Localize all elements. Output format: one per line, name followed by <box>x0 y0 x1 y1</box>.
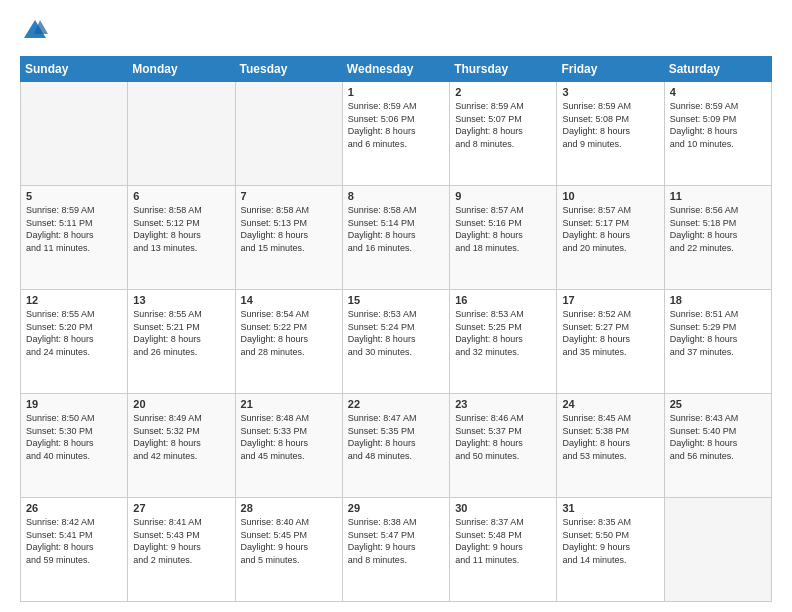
calendar-day-cell: 22Sunrise: 8:47 AM Sunset: 5:35 PM Dayli… <box>342 394 449 498</box>
day-info: Sunrise: 8:50 AM Sunset: 5:30 PM Dayligh… <box>26 412 122 462</box>
day-number: 22 <box>348 398 444 410</box>
calendar-week-row: 19Sunrise: 8:50 AM Sunset: 5:30 PM Dayli… <box>21 394 772 498</box>
day-info: Sunrise: 8:37 AM Sunset: 5:48 PM Dayligh… <box>455 516 551 566</box>
calendar-day-cell: 19Sunrise: 8:50 AM Sunset: 5:30 PM Dayli… <box>21 394 128 498</box>
day-info: Sunrise: 8:55 AM Sunset: 5:20 PM Dayligh… <box>26 308 122 358</box>
day-info: Sunrise: 8:48 AM Sunset: 5:33 PM Dayligh… <box>241 412 337 462</box>
day-info: Sunrise: 8:47 AM Sunset: 5:35 PM Dayligh… <box>348 412 444 462</box>
calendar-day-cell: 17Sunrise: 8:52 AM Sunset: 5:27 PM Dayli… <box>557 290 664 394</box>
day-number: 25 <box>670 398 766 410</box>
day-number: 9 <box>455 190 551 202</box>
day-info: Sunrise: 8:42 AM Sunset: 5:41 PM Dayligh… <box>26 516 122 566</box>
day-info: Sunrise: 8:59 AM Sunset: 5:08 PM Dayligh… <box>562 100 658 150</box>
day-number: 11 <box>670 190 766 202</box>
calendar-day-header: Saturday <box>664 57 771 82</box>
day-number: 15 <box>348 294 444 306</box>
calendar-day-header: Sunday <box>21 57 128 82</box>
day-number: 17 <box>562 294 658 306</box>
day-number: 29 <box>348 502 444 514</box>
calendar-day-cell: 31Sunrise: 8:35 AM Sunset: 5:50 PM Dayli… <box>557 498 664 602</box>
day-info: Sunrise: 8:59 AM Sunset: 5:11 PM Dayligh… <box>26 204 122 254</box>
calendar-day-cell <box>664 498 771 602</box>
calendar-day-cell: 15Sunrise: 8:53 AM Sunset: 5:24 PM Dayli… <box>342 290 449 394</box>
calendar-day-cell: 25Sunrise: 8:43 AM Sunset: 5:40 PM Dayli… <box>664 394 771 498</box>
day-number: 18 <box>670 294 766 306</box>
calendar-day-cell: 12Sunrise: 8:55 AM Sunset: 5:20 PM Dayli… <box>21 290 128 394</box>
header <box>20 16 772 46</box>
day-number: 28 <box>241 502 337 514</box>
day-number: 12 <box>26 294 122 306</box>
day-info: Sunrise: 8:40 AM Sunset: 5:45 PM Dayligh… <box>241 516 337 566</box>
day-number: 23 <box>455 398 551 410</box>
day-info: Sunrise: 8:56 AM Sunset: 5:18 PM Dayligh… <box>670 204 766 254</box>
day-info: Sunrise: 8:58 AM Sunset: 5:13 PM Dayligh… <box>241 204 337 254</box>
day-number: 4 <box>670 86 766 98</box>
day-number: 31 <box>562 502 658 514</box>
day-info: Sunrise: 8:49 AM Sunset: 5:32 PM Dayligh… <box>133 412 229 462</box>
calendar-day-cell: 27Sunrise: 8:41 AM Sunset: 5:43 PM Dayli… <box>128 498 235 602</box>
day-number: 20 <box>133 398 229 410</box>
calendar-day-cell: 29Sunrise: 8:38 AM Sunset: 5:47 PM Dayli… <box>342 498 449 602</box>
day-info: Sunrise: 8:58 AM Sunset: 5:14 PM Dayligh… <box>348 204 444 254</box>
day-info: Sunrise: 8:55 AM Sunset: 5:21 PM Dayligh… <box>133 308 229 358</box>
calendar-day-cell: 3Sunrise: 8:59 AM Sunset: 5:08 PM Daylig… <box>557 82 664 186</box>
day-number: 19 <box>26 398 122 410</box>
day-number: 24 <box>562 398 658 410</box>
day-number: 8 <box>348 190 444 202</box>
day-info: Sunrise: 8:53 AM Sunset: 5:25 PM Dayligh… <box>455 308 551 358</box>
calendar-day-header: Thursday <box>450 57 557 82</box>
day-number: 13 <box>133 294 229 306</box>
calendar-day-header: Friday <box>557 57 664 82</box>
day-number: 6 <box>133 190 229 202</box>
calendar-day-cell: 6Sunrise: 8:58 AM Sunset: 5:12 PM Daylig… <box>128 186 235 290</box>
day-number: 30 <box>455 502 551 514</box>
calendar-day-header: Tuesday <box>235 57 342 82</box>
calendar-day-cell: 1Sunrise: 8:59 AM Sunset: 5:06 PM Daylig… <box>342 82 449 186</box>
calendar-day-cell <box>128 82 235 186</box>
calendar-day-cell: 16Sunrise: 8:53 AM Sunset: 5:25 PM Dayli… <box>450 290 557 394</box>
day-info: Sunrise: 8:53 AM Sunset: 5:24 PM Dayligh… <box>348 308 444 358</box>
calendar-day-cell: 8Sunrise: 8:58 AM Sunset: 5:14 PM Daylig… <box>342 186 449 290</box>
logo <box>20 16 54 46</box>
day-info: Sunrise: 8:51 AM Sunset: 5:29 PM Dayligh… <box>670 308 766 358</box>
day-number: 16 <box>455 294 551 306</box>
calendar-day-cell: 9Sunrise: 8:57 AM Sunset: 5:16 PM Daylig… <box>450 186 557 290</box>
day-number: 27 <box>133 502 229 514</box>
calendar-day-cell: 28Sunrise: 8:40 AM Sunset: 5:45 PM Dayli… <box>235 498 342 602</box>
day-info: Sunrise: 8:43 AM Sunset: 5:40 PM Dayligh… <box>670 412 766 462</box>
day-info: Sunrise: 8:58 AM Sunset: 5:12 PM Dayligh… <box>133 204 229 254</box>
calendar-day-cell: 23Sunrise: 8:46 AM Sunset: 5:37 PM Dayli… <box>450 394 557 498</box>
logo-icon <box>20 16 50 46</box>
day-info: Sunrise: 8:46 AM Sunset: 5:37 PM Dayligh… <box>455 412 551 462</box>
calendar-week-row: 1Sunrise: 8:59 AM Sunset: 5:06 PM Daylig… <box>21 82 772 186</box>
calendar-day-cell <box>235 82 342 186</box>
calendar-day-cell: 11Sunrise: 8:56 AM Sunset: 5:18 PM Dayli… <box>664 186 771 290</box>
calendar-table: SundayMondayTuesdayWednesdayThursdayFrid… <box>20 56 772 602</box>
day-info: Sunrise: 8:57 AM Sunset: 5:17 PM Dayligh… <box>562 204 658 254</box>
day-number: 7 <box>241 190 337 202</box>
calendar-week-row: 26Sunrise: 8:42 AM Sunset: 5:41 PM Dayli… <box>21 498 772 602</box>
day-info: Sunrise: 8:38 AM Sunset: 5:47 PM Dayligh… <box>348 516 444 566</box>
page: SundayMondayTuesdayWednesdayThursdayFrid… <box>0 0 792 612</box>
calendar-day-header: Wednesday <box>342 57 449 82</box>
calendar-day-cell <box>21 82 128 186</box>
day-info: Sunrise: 8:57 AM Sunset: 5:16 PM Dayligh… <box>455 204 551 254</box>
day-number: 2 <box>455 86 551 98</box>
calendar-day-cell: 21Sunrise: 8:48 AM Sunset: 5:33 PM Dayli… <box>235 394 342 498</box>
calendar-day-cell: 13Sunrise: 8:55 AM Sunset: 5:21 PM Dayli… <box>128 290 235 394</box>
day-info: Sunrise: 8:45 AM Sunset: 5:38 PM Dayligh… <box>562 412 658 462</box>
day-info: Sunrise: 8:59 AM Sunset: 5:07 PM Dayligh… <box>455 100 551 150</box>
calendar-day-cell: 26Sunrise: 8:42 AM Sunset: 5:41 PM Dayli… <box>21 498 128 602</box>
day-info: Sunrise: 8:59 AM Sunset: 5:06 PM Dayligh… <box>348 100 444 150</box>
day-number: 14 <box>241 294 337 306</box>
calendar-day-cell: 10Sunrise: 8:57 AM Sunset: 5:17 PM Dayli… <box>557 186 664 290</box>
calendar-day-cell: 7Sunrise: 8:58 AM Sunset: 5:13 PM Daylig… <box>235 186 342 290</box>
calendar-day-cell: 4Sunrise: 8:59 AM Sunset: 5:09 PM Daylig… <box>664 82 771 186</box>
day-number: 3 <box>562 86 658 98</box>
calendar-header-row: SundayMondayTuesdayWednesdayThursdayFrid… <box>21 57 772 82</box>
calendar-day-cell: 24Sunrise: 8:45 AM Sunset: 5:38 PM Dayli… <box>557 394 664 498</box>
day-number: 21 <box>241 398 337 410</box>
calendar-day-header: Monday <box>128 57 235 82</box>
day-number: 26 <box>26 502 122 514</box>
day-number: 10 <box>562 190 658 202</box>
